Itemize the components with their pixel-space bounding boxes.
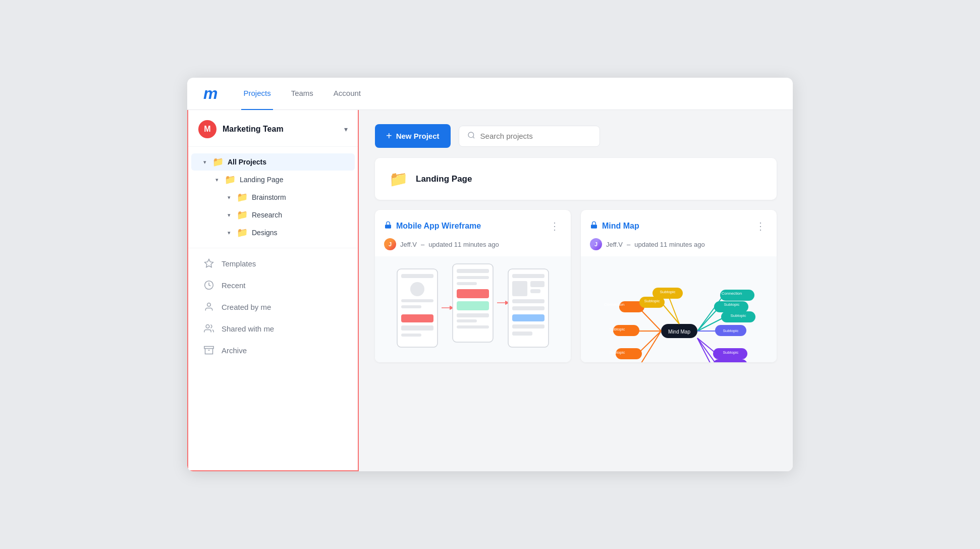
svg-text:Subtopic: Subtopic <box>609 327 625 332</box>
expand-arrow-designs-icon: ▾ <box>226 230 233 236</box>
research-label: Research <box>252 211 282 219</box>
svg-text:Subtopic: Subtopic <box>644 299 660 303</box>
tree-brainstorm[interactable]: ▾ 📁 Brainstorm <box>215 189 355 206</box>
svg-rect-29 <box>512 281 527 296</box>
sidebar-item-archive[interactable]: Archive <box>191 340 355 361</box>
avatar-jeff-wireframe: J <box>384 238 396 250</box>
svg-rect-13 <box>401 314 433 322</box>
svg-text:Mind Map: Mind Map <box>668 329 690 335</box>
tab-teams[interactable]: Teams <box>289 78 315 110</box>
folder-designs-icon: 📁 <box>237 227 248 238</box>
author-mindmap: Jeff.V <box>606 241 623 248</box>
archive-label: Archive <box>222 346 247 355</box>
mindmap-preview: Mind Map Connection <box>581 256 777 362</box>
tab-account[interactable]: Account <box>332 78 363 110</box>
svg-text:Subtopic: Subtopic <box>723 361 738 362</box>
svg-rect-25 <box>457 325 489 328</box>
updated-wireframe: updated 11 minutes ago <box>428 241 499 248</box>
svg-text:Subtopic: Subtopic <box>660 290 675 294</box>
title-row-mindmap: Mind Map <box>590 221 639 231</box>
project-card-header-mindmap: Mind Map ⋮ <box>581 210 777 238</box>
clock-icon <box>203 280 214 290</box>
svg-point-5 <box>468 132 474 138</box>
more-button-mindmap[interactable]: ⋮ <box>753 218 768 234</box>
svg-text:Subtopic: Subtopic <box>609 350 625 355</box>
author-wireframe: Jeff.V <box>400 241 417 248</box>
svg-point-2 <box>206 325 209 328</box>
app-logo: m <box>203 84 217 103</box>
svg-line-52 <box>661 302 679 324</box>
toolbar: + New Project <box>375 124 777 148</box>
svg-text:Subtopic: Subtopic <box>724 302 739 307</box>
chevron-down-icon[interactable]: ▾ <box>344 125 348 133</box>
tree-section: ▾ 📁 All Projects ▾ 📁 Landing Page ▾ <box>188 147 358 244</box>
workspace-name: Marketing Team <box>223 125 338 134</box>
sidebar-nav: Templates Recent <box>188 248 358 361</box>
sidebar-item-templates[interactable]: Templates <box>191 253 355 274</box>
svg-rect-31 <box>530 289 540 293</box>
more-button-wireframe[interactable]: ⋮ <box>548 218 562 234</box>
separator-wireframe: – <box>421 241 424 248</box>
expand-arrow-icon: ▾ <box>201 159 208 166</box>
svg-rect-37 <box>591 225 597 228</box>
project-meta-wireframe: J Jeff.V – updated 11 minutes ago <box>375 238 571 256</box>
tree-all-projects[interactable]: ▾ 📁 All Projects <box>191 153 355 171</box>
sidebar: M Marketing Team ▾ ▾ 📁 All Projects ▾ 📁 <box>187 110 359 471</box>
project-card-header-wireframe: Mobile App Wireframe ⋮ <box>375 210 571 238</box>
svg-rect-30 <box>530 281 545 287</box>
new-project-button[interactable]: + New Project <box>375 124 451 148</box>
designs-subtree: ▾ 📁 Designs <box>200 224 358 241</box>
svg-rect-36 <box>512 332 532 336</box>
people-icon <box>203 323 214 334</box>
star-icon <box>203 258 214 268</box>
tree-landing-page[interactable]: ▾ 📁 Landing Page <box>203 171 355 188</box>
project-card-wireframe: Mobile App Wireframe ⋮ J Jeff.V – update… <box>375 210 571 362</box>
search-input[interactable] <box>480 132 591 140</box>
svg-rect-7 <box>385 225 391 228</box>
separator-mindmap: – <box>627 241 630 248</box>
folder-big-icon: 📁 <box>389 170 408 188</box>
svg-rect-14 <box>401 325 433 331</box>
research-subtree: ▾ 📁 Research <box>200 206 358 224</box>
search-box[interactable] <box>459 126 600 147</box>
expand-arrow-research-icon: ▾ <box>226 212 233 218</box>
svg-text:Subtopic: Subtopic <box>723 328 738 333</box>
svg-rect-22 <box>457 301 489 310</box>
lock-icon-wireframe <box>384 221 392 231</box>
svg-text:Subtopic: Subtopic <box>730 313 746 318</box>
svg-rect-28 <box>512 274 545 278</box>
svg-rect-15 <box>401 334 421 337</box>
templates-label: Templates <box>222 259 256 268</box>
new-project-label: New Project <box>396 132 440 140</box>
svg-rect-32 <box>512 299 545 303</box>
designs-label: Designs <box>252 229 278 237</box>
svg-rect-35 <box>512 324 545 328</box>
app-window: m Projects Teams Account M Marketing Tea… <box>187 78 793 471</box>
brainstorm-label: Brainstorm <box>252 193 286 201</box>
created-by-me-label: Created by me <box>222 303 271 311</box>
sidebar-item-shared-with-me[interactable]: Shared with me <box>191 318 355 339</box>
landing-page-label: Landing Page <box>240 176 283 184</box>
tree-designs[interactable]: ▾ 📁 Designs <box>215 224 355 241</box>
all-projects-label: All Projects <box>228 158 266 166</box>
main-content: + New Project 📁 Landing Page <box>359 110 793 471</box>
tab-projects[interactable]: Projects <box>241 78 273 110</box>
project-title-wireframe: Mobile App Wireframe <box>396 222 481 231</box>
svg-text:Connection: Connection <box>604 302 624 307</box>
updated-mindmap: updated 11 minutes ago <box>634 241 705 248</box>
svg-line-6 <box>473 137 474 138</box>
sidebar-item-created-by-me[interactable]: Created by me <box>191 296 355 317</box>
landing-page-subtree: ▾ 📁 Landing Page ▾ 📁 Brainstorm <box>188 171 358 241</box>
folder-card-landing-page[interactable]: 📁 Landing Page <box>375 158 777 200</box>
workspace-header[interactable]: M Marketing Team ▾ <box>188 110 358 147</box>
lock-icon-mindmap <box>590 221 598 231</box>
sidebar-item-recent[interactable]: Recent <box>191 274 355 296</box>
main-layout: M Marketing Team ▾ ▾ 📁 All Projects ▾ 📁 <box>187 110 793 471</box>
wireframe-preview <box>375 256 571 362</box>
svg-rect-21 <box>457 289 489 298</box>
project-meta-mindmap: J Jeff.V – updated 11 minutes ago <box>581 238 777 256</box>
svg-rect-20 <box>457 282 477 285</box>
svg-line-69 <box>697 338 717 362</box>
folder-research-icon: 📁 <box>237 209 248 221</box>
tree-research[interactable]: ▾ 📁 Research <box>215 206 355 224</box>
